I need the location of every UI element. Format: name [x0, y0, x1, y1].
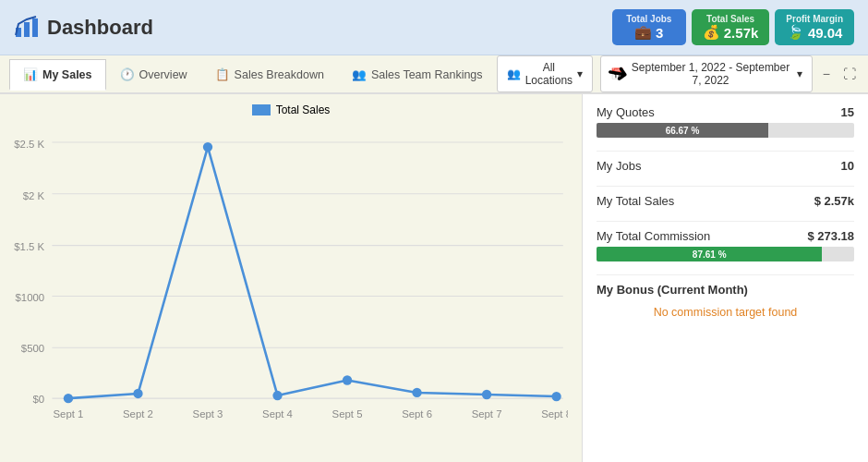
tabs-right: 👥 All Locations ▾ 📅 September 1, 2022 - …: [497, 55, 859, 92]
tabs-left: 📊 My Sales 🕐 Overview 📋 Sales Breakdown …: [9, 59, 497, 89]
svg-text:Sept 8: Sept 8: [541, 408, 568, 419]
my-total-sales-header: My Total Sales $ 2.57k: [597, 194, 854, 208]
location-filter-button[interactable]: 👥 All Locations ▾: [497, 55, 594, 92]
clock-tab-icon: 🕐: [120, 67, 135, 81]
data-point-7: [551, 392, 561, 401]
divider-4: [597, 274, 854, 275]
profit-margin-label: Profit Margin: [786, 14, 843, 24]
my-total-sales-value: $ 2.57k: [814, 194, 854, 208]
leaf-icon: 🍃: [787, 24, 804, 41]
tabs-bar: 📊 My Sales 🕐 Overview 📋 Sales Breakdown …: [0, 55, 868, 94]
my-total-sales-label: My Total Sales: [597, 194, 674, 208]
my-quotes-header: My Quotes 15: [597, 105, 854, 119]
right-panel: My Quotes 15 66.67 % My Jobs 10 My Total…: [582, 94, 868, 462]
profit-margin-badge[interactable]: Profit Margin 🍃 49.04: [775, 9, 854, 45]
minimize-button[interactable]: −: [820, 64, 833, 84]
svg-text:Sept 4: Sept 4: [262, 408, 293, 419]
my-quotes-label: My Quotes: [597, 105, 655, 119]
tab-sales-breakdown[interactable]: 📋 Sales Breakdown: [201, 59, 338, 89]
legend-label: Total Sales: [276, 103, 331, 116]
profit-margin-value: 🍃 49.04: [786, 24, 843, 41]
total-sales-value: 💰 2.57k: [703, 24, 759, 41]
svg-rect-2: [32, 18, 38, 37]
svg-text:Sept 5: Sept 5: [332, 408, 363, 419]
legend-color-box: [252, 104, 271, 116]
expand-button[interactable]: ⛶: [840, 64, 859, 84]
my-quotes-progress-fill: 66.67 %: [597, 123, 768, 138]
data-point-2: [203, 142, 212, 152]
chart-svg-wrapper: $2.5 K $2 K $1.5 K $1000 $500 $0 Sept 1 …: [14, 121, 568, 446]
data-point-0: [64, 394, 73, 403]
data-point-6: [482, 390, 491, 399]
my-jobs-row: My Jobs 10: [597, 159, 854, 173]
data-point-5: [412, 388, 421, 397]
chart-legend: Total Sales: [14, 103, 568, 116]
my-quotes-row: My Quotes 15 66.67 %: [597, 105, 854, 138]
date-range-button[interactable]: 📅 September 1, 2022 - September 7, 2022 …: [600, 55, 813, 92]
my-total-commission-label: My Total Commission: [597, 229, 710, 243]
svg-text:Sept 1: Sept 1: [54, 408, 84, 419]
total-jobs-label: Total Jobs: [623, 14, 675, 24]
svg-text:$1000: $1000: [16, 292, 45, 303]
tab-overview[interactable]: 🕐 Overview: [106, 59, 201, 89]
tab-sales-team-rankings[interactable]: 👥 Sales Team Rankings: [338, 59, 497, 89]
svg-text:Sept 3: Sept 3: [193, 408, 223, 419]
my-bonus-title: My Bonus (Current Month): [597, 283, 854, 297]
title-text: Dashboard: [47, 16, 153, 40]
my-total-commission-progress-fill: 87.61 %: [597, 247, 822, 261]
my-total-commission-header: My Total Commission $ 273.18: [597, 229, 854, 243]
money-icon: 💰: [703, 24, 720, 41]
briefcase-icon: 💼: [634, 24, 652, 41]
total-jobs-badge[interactable]: Total Jobs 💼 3: [612, 9, 686, 45]
my-jobs-label: My Jobs: [597, 159, 641, 173]
svg-text:$500: $500: [21, 343, 44, 354]
total-sales-label: Total Sales: [703, 14, 759, 24]
tab-my-sales[interactable]: 📊 My Sales: [9, 59, 106, 91]
svg-text:Sept 6: Sept 6: [402, 408, 432, 419]
svg-rect-1: [24, 22, 30, 37]
chevron-down-icon: ▾: [577, 67, 583, 80]
data-point-1: [133, 389, 142, 398]
no-commission-message: No commission target found: [597, 306, 854, 319]
line-chart-path: [68, 147, 557, 398]
svg-text:$2 K: $2 K: [23, 190, 45, 201]
header: Dashboard Total Jobs 💼 3 Total Sales 💰 2…: [0, 0, 868, 55]
my-total-commission-row: My Total Commission $ 273.18 87.61 %: [597, 229, 854, 261]
svg-text:$1.5 K: $1.5 K: [14, 241, 44, 252]
svg-text:Sept 7: Sept 7: [472, 408, 502, 419]
divider-1: [597, 151, 854, 152]
chart-icon: [14, 15, 40, 41]
my-bonus-row: My Bonus (Current Month) No commission t…: [597, 283, 854, 319]
my-jobs-header: My Jobs 10: [597, 159, 854, 173]
line-chart-svg: $2.5 K $2 K $1.5 K $1000 $500 $0 Sept 1 …: [14, 121, 568, 446]
svg-text:$0: $0: [32, 394, 44, 405]
chevron-down-icon-2: ▾: [797, 67, 802, 80]
table-tab-icon: 📋: [215, 67, 230, 81]
total-sales-badge[interactable]: Total Sales 💰 2.57k: [692, 9, 770, 45]
main-content: Total Sales $2.5 K $2 K $1.5 K $1000 $50…: [0, 94, 868, 462]
users-tab-icon: 👥: [352, 67, 367, 81]
my-total-sales-row: My Total Sales $ 2.57k: [597, 194, 854, 208]
chart-area: Total Sales $2.5 K $2 K $1.5 K $1000 $50…: [0, 94, 582, 462]
my-total-commission-progress-bg: 87.61 %: [597, 247, 854, 261]
my-quotes-value: 15: [841, 105, 854, 119]
chart-tab-icon: 📊: [23, 67, 38, 81]
data-point-4: [343, 375, 352, 384]
total-jobs-value: 💼 3: [623, 24, 675, 41]
my-quotes-progress-bg: 66.67 %: [597, 123, 854, 138]
svg-text:Sept 2: Sept 2: [123, 408, 153, 419]
app-title: Dashboard: [14, 15, 153, 41]
svg-text:$2.5 K: $2.5 K: [14, 139, 44, 150]
my-total-commission-value: $ 273.18: [807, 229, 854, 243]
header-badges: Total Jobs 💼 3 Total Sales 💰 2.57k Profi…: [612, 9, 854, 45]
divider-3: [597, 221, 854, 222]
data-point-3: [272, 391, 282, 400]
divider-2: [597, 186, 854, 187]
location-icon: 👥: [507, 67, 521, 80]
my-jobs-value: 10: [841, 159, 854, 173]
